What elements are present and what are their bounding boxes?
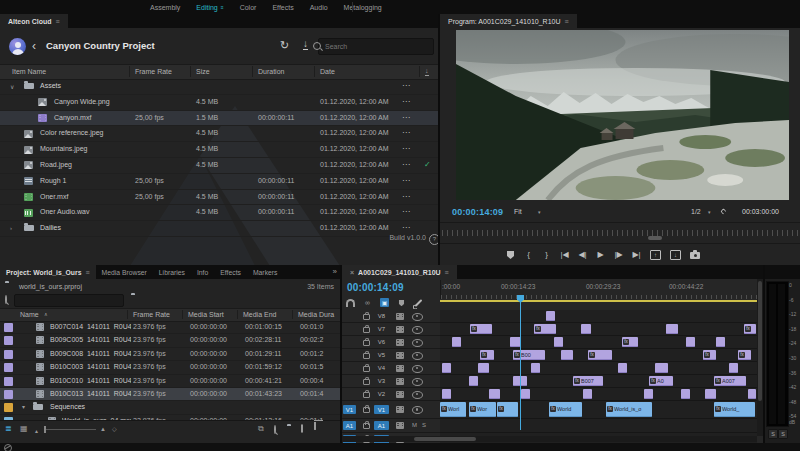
track-lock-icon[interactable]	[363, 353, 370, 359]
clip-row[interactable]: B010C003_141011_R0U4.23.976 fps00:00:00:…	[0, 361, 340, 374]
project-column-header[interactable]: Name∧Frame RateMedia StartMedia EndMedia…	[0, 308, 340, 322]
timeline-clip[interactable]: fx	[480, 350, 494, 360]
track-lock-icon[interactable]	[363, 407, 370, 413]
column-header-frame-rate[interactable]: Frame Rate	[135, 68, 172, 75]
track-header-a1[interactable]: A1A1MS	[342, 419, 440, 433]
timeline-clip[interactable]: fxB007	[573, 376, 603, 386]
source-patch-a1[interactable]: A1	[343, 421, 356, 430]
asset-row[interactable]: Oner Audio.wav4.5 MB00:00:00:1101.12.202…	[0, 205, 438, 221]
timeline-clip[interactable]	[442, 389, 451, 399]
clip-row[interactable]: B009C008_141011_R0U4.23.976 fps00:00:00:…	[0, 348, 340, 361]
track-target-v5[interactable]: V5	[374, 351, 389, 360]
column-header-media-end[interactable]: Media End	[243, 311, 276, 318]
timeline-clip[interactable]	[666, 324, 678, 334]
column-separator[interactable]	[314, 66, 315, 77]
user-avatar[interactable]	[9, 38, 26, 55]
track-target-v4[interactable]: V4	[374, 364, 389, 373]
clip-row[interactable]: B010C013_141011_R0U4.23.976 fps00:00:00:…	[0, 388, 340, 401]
track-target-v1[interactable]: V1	[374, 405, 389, 414]
clip-row[interactable]: B009C005_141011_R0U4.23.976 fps00:00:00:…	[0, 334, 340, 347]
asset-row[interactable]: Canyon.mxf25,00 fps1.5 MB00:00:00:1101.1…	[0, 111, 438, 127]
track-output-eye-icon[interactable]	[412, 378, 423, 386]
tab-effects[interactable]: Effects	[214, 265, 247, 279]
timeline-clip[interactable]: fxB00	[513, 350, 545, 360]
timeline-clip[interactable]	[655, 363, 668, 373]
timeline-clip[interactable]: fxA007	[714, 376, 746, 386]
tab-project-world-is-ours[interactable]: Project: World_is_Ours≡	[0, 265, 96, 279]
timeline-clip[interactable]	[618, 363, 627, 373]
play-button[interactable]: ▶	[596, 250, 605, 260]
timeline-clip[interactable]	[554, 337, 563, 347]
help-icon[interactable]: ?	[429, 234, 438, 245]
program-scrubber[interactable]	[442, 230, 798, 236]
tab-program-monitor[interactable]: Program: A001C029_141010_R10U ≡	[440, 14, 577, 28]
track-sync-lock-icon[interactable]	[396, 406, 404, 413]
mark-in-button[interactable]: {	[524, 250, 533, 260]
workspace-tab-editing[interactable]: Editing≡	[196, 4, 223, 11]
timeline-clip[interactable]: fx	[622, 337, 638, 347]
workspace-tab-effects[interactable]: Effects	[272, 4, 293, 11]
timeline-clip[interactable]	[748, 389, 756, 399]
label-color-swatch[interactable]	[4, 336, 13, 345]
timeline-clip[interactable]	[531, 363, 540, 373]
track-lane-v7[interactable]: fxfxfx	[440, 323, 757, 336]
track-output-eye-icon[interactable]	[412, 326, 423, 334]
track-sync-lock-icon[interactable]	[396, 391, 404, 398]
freeform-view-button[interactable]: ▲	[34, 427, 39, 435]
column-separator[interactable]	[419, 66, 420, 77]
step-back-button[interactable]: ◀|	[578, 250, 587, 260]
tab-sequence[interactable]: × A001C029_141010_R10U ≡	[342, 265, 457, 279]
track-header-v6[interactable]: V6	[342, 336, 440, 349]
track-target-v2[interactable]: V2	[374, 390, 389, 399]
column-header-media-dura[interactable]: Media Dura	[298, 311, 334, 318]
snap-toggle-icon[interactable]	[346, 298, 355, 307]
row-menu-icon[interactable]: ⋯	[402, 207, 410, 216]
export-frame-button[interactable]	[690, 252, 700, 259]
track-lock-icon[interactable]	[363, 327, 370, 333]
column-header-name[interactable]: Name	[20, 311, 39, 318]
workspace-tab-metalogging[interactable]: Metalogging	[344, 4, 382, 11]
timeline-clip[interactable]	[705, 389, 716, 399]
panel-menu-icon[interactable]: ≡	[564, 18, 568, 25]
timeline-clip[interactable]: fxWorl	[440, 402, 466, 417]
track-output-eye-icon[interactable]	[412, 352, 423, 360]
track-header-v7[interactable]: V7	[342, 323, 440, 336]
timeline-timecode[interactable]: 00:00:14:09	[347, 282, 404, 293]
panel-menu-icon[interactable]: ≡	[56, 18, 60, 25]
solo-button[interactable]: S	[422, 422, 426, 428]
timeline-clip[interactable]: fxWorld	[549, 402, 582, 417]
label-color-swatch[interactable]	[4, 350, 13, 359]
row-menu-icon[interactable]: ⋯	[402, 176, 410, 185]
timeline-clip[interactable]: fx	[534, 324, 556, 334]
tab-info[interactable]: Info	[191, 265, 214, 279]
track-lock-icon[interactable]	[363, 423, 370, 429]
asset-row[interactable]: Rough 125,00 fps00:00:00:1101.12.2020, 1…	[0, 174, 438, 190]
track-header-v5[interactable]: V5	[342, 349, 440, 362]
row-menu-icon[interactable]: ⋯	[402, 81, 410, 90]
cloud-column-header[interactable]: Item NameFrame RateSizeDurationDate↓	[0, 64, 438, 80]
program-video-frame[interactable]	[456, 30, 789, 200]
find-button[interactable]	[274, 426, 276, 433]
column-separator[interactable]	[129, 66, 130, 77]
chevron-down-icon[interactable]: ▾	[22, 403, 25, 410]
zoom-slider-handle[interactable]	[44, 426, 46, 433]
track-header-v1[interactable]: V1V1	[342, 401, 440, 419]
work-area-bar[interactable]	[440, 300, 757, 302]
timeline-clip[interactable]	[583, 389, 592, 399]
track-lane-v2[interactable]	[440, 388, 757, 401]
asset-row[interactable]: Oner.mxf25,00 fps4.5 MB00:00:00:1101.12.…	[0, 190, 438, 206]
chevron-right-icon[interactable]: ›	[10, 225, 12, 231]
track-sync-lock-icon[interactable]	[396, 365, 404, 372]
row-menu-icon[interactable]: ⋯	[402, 192, 410, 201]
track-sync-lock-icon[interactable]	[396, 378, 404, 385]
track-lane-a1[interactable]	[440, 419, 757, 433]
add-marker-button[interactable]	[506, 251, 515, 259]
column-separator[interactable]	[237, 310, 238, 319]
column-separator[interactable]	[252, 66, 253, 77]
track-output-eye-icon[interactable]	[412, 339, 423, 347]
icon-view-button[interactable]: ▦	[20, 425, 28, 433]
track-lock-icon[interactable]	[363, 392, 370, 398]
asset-row[interactable]: Road.jpeg4.5 MB01.12.2020, 12:00 AM⋯✓	[0, 158, 438, 174]
track-lane-v5[interactable]: fxfxB00fxfxfx	[440, 349, 757, 362]
timeline-clip[interactable]	[546, 311, 555, 321]
